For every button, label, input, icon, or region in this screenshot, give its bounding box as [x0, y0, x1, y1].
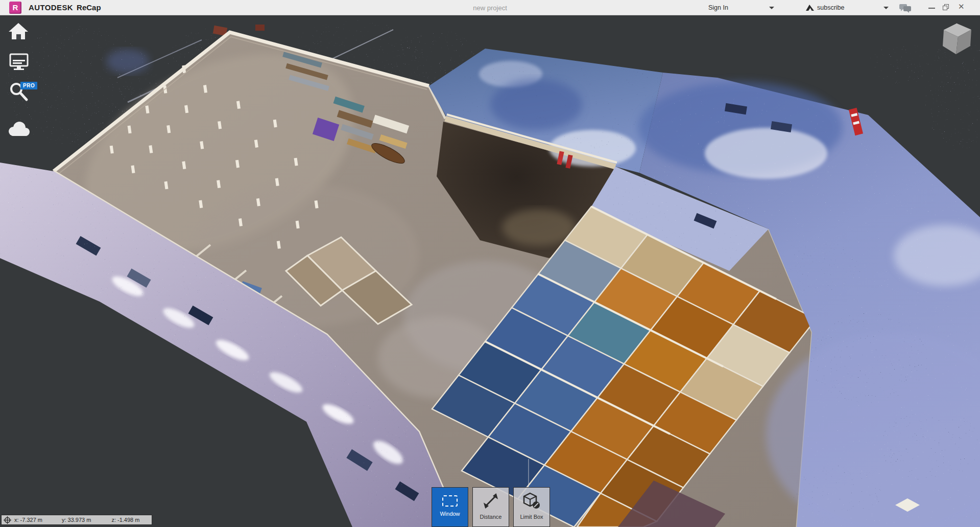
project-display-button[interactable]: [9, 53, 29, 72]
coordinate-z: z:-1.498 m: [111, 517, 139, 523]
view-cube[interactable]: [939, 21, 976, 59]
limit-box-button[interactable]: Limit Box: [513, 487, 550, 527]
distance-label: Distance: [480, 514, 502, 520]
close-icon[interactable]: ✕: [958, 2, 965, 11]
crosshair-icon: [4, 516, 11, 524]
coordinate-y: y:33.973 m: [62, 517, 91, 523]
window-select-label: Window: [440, 511, 460, 517]
restore-icon[interactable]: [943, 4, 949, 11]
brand-text: AUTODESKReCap: [29, 3, 101, 12]
subscribe-caret-icon[interactable]: [883, 7, 889, 9]
viewport-canvas[interactable]: [0, 0, 980, 527]
recap-window: R AUTODESKReCap new project Sign In subs…: [0, 0, 980, 527]
distance-arrow-icon: [482, 492, 499, 510]
distance-button[interactable]: Distance: [472, 487, 509, 527]
brand-autodesk: AUTODESK: [29, 3, 73, 12]
limit-box-icon: [522, 492, 541, 510]
autodesk-arrow-icon: [806, 5, 814, 11]
restore-front-square: [943, 6, 947, 10]
sign-in-caret-icon[interactable]: [769, 7, 774, 9]
scan-artifact-line: [528, 459, 529, 488]
subscribe-button[interactable]: subscribe: [817, 4, 845, 11]
cloud-button[interactable]: [6, 121, 32, 137]
window-select-icon: [442, 495, 458, 507]
titlebar: R AUTODESKReCap new project Sign In subs…: [0, 0, 980, 15]
coordinates-statusbar: x:-7.327 m y:33.973 m z:-1.498 m: [1, 515, 152, 525]
chat-icon[interactable]: [899, 4, 912, 13]
home-button[interactable]: [8, 22, 29, 41]
limit-box-label: Limit Box: [520, 514, 543, 520]
pro-badge: PRO: [20, 82, 37, 89]
document-title: new project: [473, 4, 507, 12]
recap-logo[interactable]: R: [9, 2, 21, 14]
brand-recap: ReCap: [77, 3, 101, 12]
trees-top-right-2: [869, 42, 930, 85]
window-select-button[interactable]: Window: [432, 487, 468, 527]
coordinate-x: x:-7.327 m: [14, 517, 42, 523]
measure-toolbar: Window Distance Limit Box: [432, 487, 550, 527]
sign-in-button[interactable]: Sign In: [708, 4, 728, 11]
minimize-icon[interactable]: [928, 8, 935, 9]
